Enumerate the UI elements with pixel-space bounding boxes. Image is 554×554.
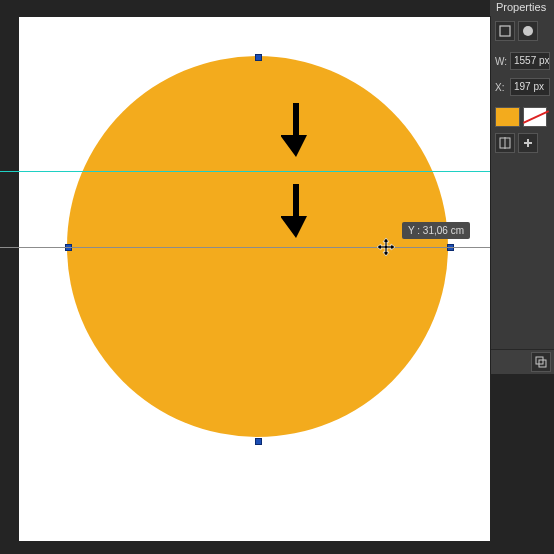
pathfinder-button[interactable]: [531, 352, 551, 372]
bounding-handle-top[interactable]: [255, 54, 262, 61]
width-label: W:: [495, 56, 510, 67]
annotation-arrow-down-2: [281, 184, 311, 238]
workspace: Y : 31,06 cm Properties W: 1557 px X: 19…: [0, 0, 554, 554]
mask-mode-button[interactable]: [518, 21, 538, 41]
svg-rect-1: [500, 26, 510, 36]
svg-point-2: [523, 26, 533, 36]
properties-panel-title[interactable]: Properties: [490, 0, 554, 16]
move-cursor-icon: [377, 238, 395, 256]
fill-swatch[interactable]: [495, 107, 520, 127]
annotation-arrow-down-1: [281, 103, 311, 157]
svg-marker-0: [377, 238, 395, 256]
align-vertical-button[interactable]: [518, 133, 538, 153]
properties-panel: Properties W: 1557 px X: 197 px: [490, 16, 554, 374]
horizontal-guide-locked[interactable]: [0, 171, 554, 172]
stroke-swatch[interactable]: [523, 107, 548, 127]
x-label: X:: [495, 82, 510, 93]
shape-mode-button[interactable]: [495, 21, 515, 41]
x-field[interactable]: 197 px: [510, 78, 550, 96]
horizontal-guide-dragging[interactable]: [0, 247, 554, 248]
bounding-handle-bottom[interactable]: [255, 438, 262, 445]
width-field[interactable]: 1557 px: [510, 52, 550, 70]
align-horizontal-button[interactable]: [495, 133, 515, 153]
drag-position-tooltip: Y : 31,06 cm: [402, 222, 470, 239]
